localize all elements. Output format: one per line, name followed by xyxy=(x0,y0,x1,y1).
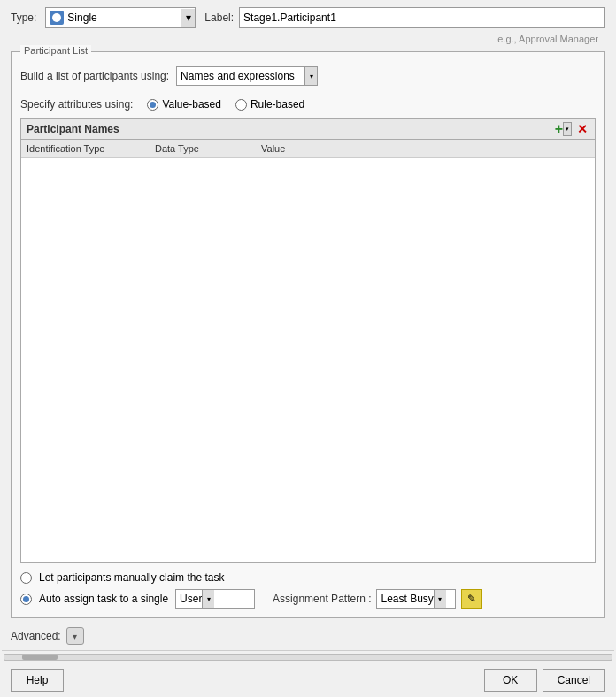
person-icon xyxy=(50,11,64,25)
header-actions: + ▾ ✕ xyxy=(555,121,589,137)
label-input[interactable] xyxy=(239,7,605,28)
manual-claim-radio[interactable] xyxy=(20,572,32,584)
manual-claim-row: Let participants manually claim the task xyxy=(20,571,596,584)
radio-rule-based-circle[interactable] xyxy=(235,99,247,111)
radio-value-based[interactable]: Value-based xyxy=(147,98,221,111)
scrollbar-thumb[interactable] xyxy=(22,655,58,660)
pattern-label: Assignment Pattern : xyxy=(273,593,371,605)
radio-rule-based[interactable]: Rule-based xyxy=(235,98,304,111)
type-value: Single xyxy=(67,11,177,24)
pattern-dropdown-arrow[interactable]: ▾ xyxy=(434,590,446,608)
auto-assign-row: Auto assign task to a single User ▾ Assi… xyxy=(20,589,596,609)
type-select[interactable]: Single ▾ xyxy=(45,7,196,28)
radio-value-based-label: Value-based xyxy=(162,98,221,111)
auto-assign-dropdown[interactable]: User ▾ xyxy=(175,589,255,609)
build-dropdown-value: Names and expressions xyxy=(181,70,304,82)
footer-bar: Help OK Cancel xyxy=(0,663,616,697)
auto-assign-value: User xyxy=(180,593,202,605)
advanced-label: Advanced: xyxy=(11,630,61,642)
radio-group: Value-based Rule-based xyxy=(147,98,304,111)
participant-list-legend: Participant List xyxy=(20,45,91,56)
participant-names-title: Participant Names xyxy=(27,123,555,135)
pattern-section: Assignment Pattern : Least Busy ▾ ✎ xyxy=(273,589,482,609)
advanced-collapse-button[interactable]: ▾ xyxy=(66,627,84,645)
auto-assign-label: Auto assign task to a single xyxy=(39,593,168,605)
label-label: Label: xyxy=(204,11,234,24)
pattern-dropdown[interactable]: Least Busy ▾ xyxy=(376,589,456,609)
build-label: Build a list of participants using: xyxy=(20,70,169,82)
col-identification-header: Identification Type xyxy=(27,142,155,156)
help-button[interactable]: Help xyxy=(11,669,64,692)
auto-assign-radio[interactable] xyxy=(20,594,32,605)
participant-list-panel: Participant List Build a list of partici… xyxy=(11,51,605,618)
pattern-value: Least Busy xyxy=(381,593,433,605)
auto-assign-arrow[interactable]: ▾ xyxy=(202,590,214,608)
radio-value-based-circle[interactable] xyxy=(147,99,158,111)
add-icon: + xyxy=(555,121,563,137)
remove-participant-button[interactable]: ✕ xyxy=(575,122,589,136)
specify-label: Specify attributes using: xyxy=(20,98,133,111)
build-dropdown[interactable]: Names and expressions ▾ xyxy=(176,66,318,86)
advanced-section: Advanced: ▾ xyxy=(0,622,616,650)
col-value-header: Value xyxy=(261,142,589,156)
col-datatype-header: Data Type xyxy=(155,142,261,156)
type-dropdown-arrow[interactable]: ▾ xyxy=(181,9,195,27)
right-buttons: OK Cancel xyxy=(484,669,605,692)
specify-row: Specify attributes using: Value-based Ru… xyxy=(20,98,596,111)
build-dropdown-arrow[interactable]: ▾ xyxy=(304,67,317,85)
table-header: Identification Type Data Type Value xyxy=(21,140,595,158)
scrollbar-area[interactable] xyxy=(2,650,614,663)
radio-rule-based-label: Rule-based xyxy=(250,98,304,111)
edit-pattern-button[interactable]: ✎ xyxy=(461,589,482,609)
add-dropdown-arrow[interactable]: ▾ xyxy=(563,122,572,136)
label-hint: e.g., Approval Manager xyxy=(0,34,616,44)
bottom-options: Let participants manually claim the task… xyxy=(20,571,596,609)
add-participant-button[interactable]: + ▾ xyxy=(555,121,572,137)
participant-names-header: Participant Names + ▾ ✕ xyxy=(21,119,595,140)
cancel-button[interactable]: Cancel xyxy=(543,669,605,692)
table-body xyxy=(21,158,595,562)
participant-names-box: Participant Names + ▾ ✕ Identification T… xyxy=(20,118,596,563)
type-label: Type: xyxy=(11,11,36,24)
chevron-down-icon: ▾ xyxy=(73,632,77,641)
build-row: Build a list of participants using: Name… xyxy=(20,66,596,86)
scrollbar-track[interactable] xyxy=(4,654,612,661)
manual-claim-label: Let participants manually claim the task xyxy=(39,571,224,584)
ok-button[interactable]: OK xyxy=(484,669,537,692)
edit-icon: ✎ xyxy=(467,593,476,605)
